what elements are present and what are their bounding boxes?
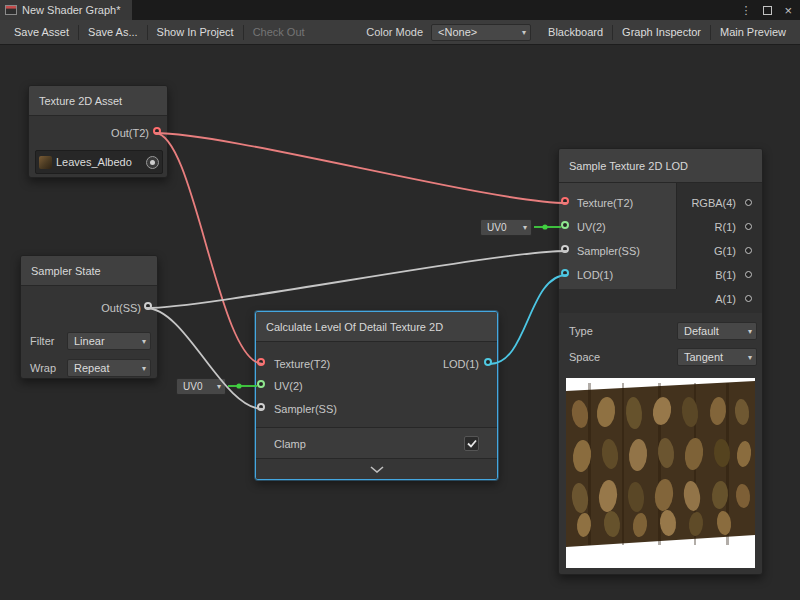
port-label-rgba-out: RGBA(4): [691, 196, 736, 210]
clamp-row: Clamp: [256, 427, 497, 459]
chevron-down-icon: ▾: [523, 223, 527, 232]
blackboard-button[interactable]: Blackboard: [539, 20, 612, 44]
menu-icon[interactable]: ⋮: [740, 4, 751, 17]
object-picker-icon[interactable]: [146, 156, 159, 169]
check-icon: [467, 439, 477, 448]
window-tab-bar: New Shader Graph* ⋮ ×: [0, 0, 800, 20]
chevron-down-icon: ▾: [748, 327, 752, 336]
port-label-r-out: R(1): [715, 220, 736, 234]
uv-wire-dot: [236, 383, 241, 388]
chevron-down-icon: ▾: [142, 364, 146, 373]
chevron-down-icon: ▾: [522, 28, 526, 37]
clamp-checkbox[interactable]: [464, 436, 479, 451]
texture-object-name: Leaves_Albedo: [56, 156, 142, 168]
port-calc-sampler-in[interactable]: [257, 403, 265, 411]
type-label: Type: [569, 324, 593, 338]
port-label-lod-out: LOD(1): [443, 357, 479, 371]
chevron-down-icon: [370, 466, 384, 473]
port-label-uv-in: UV(2): [577, 220, 606, 234]
filter-dropdown[interactable]: Linear ▾: [67, 332, 151, 350]
texture-preview-image: [566, 378, 755, 568]
wrap-value: Repeat: [74, 362, 109, 374]
save-as-button[interactable]: Save As...: [79, 20, 147, 44]
color-mode-dropdown[interactable]: <None> ▾: [431, 24, 531, 41]
port-sample-rgba-out[interactable]: [745, 199, 752, 206]
uv-channel-dropdown-calc[interactable]: UV0 ▾: [176, 378, 226, 395]
save-asset-button[interactable]: Save Asset: [5, 20, 78, 44]
filter-value: Linear: [74, 335, 105, 347]
uv-channel-value: UV0: [487, 222, 506, 233]
port-sample-g-out[interactable]: [745, 247, 752, 254]
clamp-label: Clamp: [274, 438, 306, 450]
port-label-texture-in: Texture(T2): [577, 196, 633, 210]
port-calc-texture-in[interactable]: [257, 358, 265, 366]
port-sample-lod-in[interactable]: [561, 269, 569, 277]
port-label-lod-in: LOD(1): [577, 268, 613, 282]
tab-new-shader-graph[interactable]: New Shader Graph*: [0, 0, 132, 20]
space-label: Space: [569, 350, 600, 364]
port-label-texture-in: Texture(T2): [274, 357, 330, 371]
node-preview: [566, 378, 755, 568]
filter-label: Filter: [30, 334, 54, 348]
port-label-sampler-in: Sampler(SS): [577, 244, 640, 258]
unity-shader-graph-window: New Shader Graph* ⋮ × Save Asset Save As…: [0, 0, 800, 600]
uv-channel-value: UV0: [183, 381, 202, 392]
collapse-expander[interactable]: [256, 458, 497, 479]
node-sample-texture-2d-lod[interactable]: Sample Texture 2D LOD Texture(T2) UV(2) …: [558, 148, 763, 575]
uv-channel-dropdown-sample[interactable]: UV0 ▾: [480, 219, 532, 236]
node-title[interactable]: Calculate Level Of Detail Texture 2D: [256, 312, 497, 342]
graph-inspector-button[interactable]: Graph Inspector: [613, 20, 710, 44]
check-out-button: Check Out: [244, 20, 314, 44]
port-out-ss[interactable]: [144, 302, 152, 310]
type-dropdown[interactable]: Default ▾: [677, 322, 757, 340]
type-value: Default: [684, 325, 719, 337]
port-label-a-out: A(1): [715, 292, 736, 306]
node-calculate-lod[interactable]: Calculate Level Of Detail Texture 2D Tex…: [255, 311, 498, 480]
port-sample-b-out[interactable]: [745, 271, 752, 278]
maximize-icon[interactable]: [763, 6, 772, 15]
node-title[interactable]: Sample Texture 2D LOD: [559, 149, 762, 183]
node-title[interactable]: Texture 2D Asset: [29, 86, 167, 116]
port-calc-lod-out[interactable]: [484, 358, 492, 366]
wrap-dropdown[interactable]: Repeat ▾: [67, 359, 151, 377]
window-controls: ⋮ ×: [740, 0, 800, 20]
port-label-out-t2: Out(T2): [111, 126, 149, 140]
node-texture-2d-asset[interactable]: Texture 2D Asset Out(T2) Leaves_Albedo: [28, 85, 168, 178]
toolbar: Save Asset Save As... Show In Project Ch…: [0, 20, 800, 45]
port-label-sampler-in: Sampler(SS): [274, 402, 337, 416]
space-value: Tangent: [684, 351, 723, 363]
port-label-uv-in: UV(2): [274, 379, 303, 393]
wrap-label: Wrap: [30, 361, 56, 375]
tab-title: New Shader Graph*: [22, 4, 120, 16]
uv-wire-dot: [542, 224, 547, 229]
port-sample-r-out[interactable]: [745, 223, 752, 230]
edge-lod-to-sample[interactable]: [490, 275, 567, 364]
chevron-down-icon: ▾: [142, 337, 146, 346]
close-icon[interactable]: ×: [784, 4, 792, 17]
edge-texture-to-sample[interactable]: [155, 133, 567, 203]
color-mode-value: <None>: [438, 26, 477, 38]
shader-graph-icon: [5, 4, 17, 16]
port-sample-sampler-in[interactable]: [561, 245, 569, 253]
node-title[interactable]: Sampler State: [21, 256, 157, 286]
port-calc-uv-in[interactable]: [257, 380, 265, 388]
space-dropdown[interactable]: Tangent ▾: [677, 348, 757, 366]
port-label-g-out: G(1): [714, 244, 736, 258]
main-preview-button[interactable]: Main Preview: [711, 20, 795, 44]
port-sample-texture-in[interactable]: [561, 197, 569, 205]
edge-sampler-to-sample[interactable]: [146, 251, 567, 308]
node-sampler-state[interactable]: Sampler State Out(SS) Filter Linear ▾ Wr…: [20, 255, 158, 379]
chevron-down-icon: ▾: [217, 382, 221, 391]
port-sample-a-out[interactable]: [745, 295, 752, 302]
chevron-down-icon: ▾: [748, 353, 752, 362]
port-label-b-out: B(1): [715, 268, 736, 282]
texture-object-field[interactable]: Leaves_Albedo: [35, 150, 163, 174]
port-out-t2[interactable]: [153, 127, 161, 135]
port-sample-uv-in[interactable]: [561, 221, 569, 229]
edge-texture-to-calculate[interactable]: [155, 133, 263, 364]
color-mode-label: Color Mode: [360, 26, 429, 38]
port-label-out-ss: Out(SS): [101, 301, 141, 315]
show-in-project-button[interactable]: Show In Project: [148, 20, 243, 44]
texture-thumbnail-icon: [39, 156, 52, 169]
